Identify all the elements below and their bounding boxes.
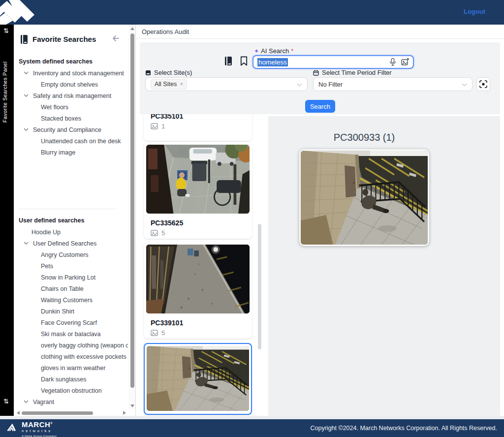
camera-name: PC335101: [144, 114, 252, 120]
chevron-down-icon[interactable]: [24, 400, 29, 404]
tree-item[interactable]: Stacked boxes: [14, 113, 128, 124]
calendar-icon: [313, 70, 319, 76]
chevron-down-icon[interactable]: [24, 128, 29, 131]
sites-select[interactable]: All Sites ×: [145, 77, 308, 91]
tree-item[interactable]: Empty donut shelves: [14, 79, 128, 90]
camera-card[interactable]: PC335101 1: [144, 114, 252, 141]
camera-card[interactable]: PC339101 5: [144, 242, 252, 339]
tree-item[interactable]: Chairs on Table: [14, 283, 128, 294]
remove-tag-icon[interactable]: ×: [180, 81, 183, 88]
tab-bar: Operations Audit: [136, 25, 504, 39]
tree-item[interactable]: Dunkin Shirt: [14, 306, 128, 317]
brand-name: MARCH®: [22, 421, 57, 428]
image-search-icon[interactable]: [401, 58, 409, 66]
results-scroll-thumb[interactable]: [258, 224, 261, 349]
camera-thumbnail: [146, 145, 250, 214]
select-sites-label: Select Site(s): [145, 69, 192, 76]
brand-tagline: A Delta Group Company: [22, 435, 57, 437]
tree-group[interactable]: Inventory and stock management: [14, 67, 128, 79]
tree-item[interactable]: Ski mask or balaclava: [14, 328, 128, 340]
user-searches-header: User defined searches: [14, 215, 128, 226]
tree-group[interactable]: Security and Compliance: [14, 124, 128, 135]
panel-strip-label: Favorite Searches Panel: [2, 36, 8, 123]
time-period-select[interactable]: No Filter: [313, 77, 472, 91]
sites-icon: [145, 70, 151, 76]
top-header: Logout: [0, 0, 504, 25]
tree-item[interactable]: Pets: [14, 260, 128, 272]
chevron-down-icon: [297, 80, 302, 89]
sparkle-icon: ✦: [254, 48, 259, 55]
sidebar-vertical-scrollbar[interactable]: [128, 25, 136, 409]
chevron-down-icon[interactable]: [24, 242, 29, 245]
tree-item[interactable]: Unattended cash on the desk: [14, 135, 128, 147]
march-networks-logo: [0, 0, 39, 25]
favorite-searches-sidebar: Favorite Searches System defined searche…: [14, 25, 136, 416]
panel-swap-icon[interactable]: ⇅: [3, 27, 9, 34]
collapse-arrow-icon[interactable]: [111, 34, 120, 42]
horizontal-scroll-thumb[interactable]: [22, 411, 93, 415]
camera-count: 1: [144, 120, 252, 134]
tree-item[interactable]: overly baggy clothing (weapon or st: [14, 340, 128, 351]
camera-count: 5: [144, 227, 252, 241]
results-area: PC335101 1 PC335625 5: [136, 114, 504, 416]
preview-image: [299, 149, 429, 246]
selected-query-text: homeless: [257, 58, 288, 66]
scroll-right-arrow[interactable]: [123, 411, 126, 415]
footer-brand: MARCH® networks A Delta Group Company: [6, 421, 57, 437]
sidebar-tree: System defined searches Inventory and st…: [14, 52, 128, 416]
tree-item[interactable]: Dark sunglasses: [14, 374, 128, 385]
preview-title: PC300933 (1): [268, 132, 460, 143]
favorite-searches-panel-strip[interactable]: ⇅ Favorite Searches Panel ⇅: [0, 25, 14, 416]
camera-name: PC339101: [144, 316, 252, 327]
camera-name: PC335625: [144, 216, 252, 227]
image-count-icon: [151, 330, 158, 336]
chevron-down-icon[interactable]: [24, 94, 29, 97]
tree-item[interactable]: Hoodie Up: [14, 226, 128, 238]
logout-link[interactable]: Logout: [464, 8, 485, 15]
bookmark-button[interactable]: [240, 56, 248, 66]
sidebar-horizontal-scrollbar[interactable]: [14, 410, 128, 416]
camera-thumbnail: [147, 346, 249, 411]
camera-card-selected[interactable]: [144, 343, 252, 415]
camera-card[interactable]: PC335625 5: [144, 142, 252, 239]
tree-item[interactable]: Vegetation obstruction: [14, 385, 128, 396]
tree-group[interactable]: Safety and risk management: [14, 90, 128, 101]
all-sites-tag: All Sites ×: [151, 79, 187, 90]
tree-group[interactable]: Vagrant: [14, 396, 128, 407]
ai-search-input[interactable]: homeless: [252, 55, 414, 69]
tree-item[interactable]: clothing with excessive pockets: [14, 351, 128, 362]
image-count-icon: [151, 230, 158, 236]
tree-item[interactable]: Blurry image: [14, 147, 128, 158]
microphone-icon[interactable]: [389, 58, 396, 66]
tree-group[interactable]: User Defined Searches: [14, 238, 128, 249]
scroll-up-arrow[interactable]: [130, 27, 134, 30]
camera-count: 5: [144, 327, 252, 341]
tree-item[interactable]: gloves in warm weather: [14, 362, 128, 374]
system-searches-header: System defined searches: [14, 56, 128, 67]
tab-operations-audit[interactable]: Operations Audit: [142, 28, 189, 35]
book-icon: [20, 34, 29, 44]
copyright-text: Copyright ©2024. March Networks Corporat…: [310, 425, 497, 432]
saved-searches-book-button[interactable]: [224, 56, 233, 66]
brand-sub: networks: [22, 429, 57, 433]
search-button[interactable]: Search: [305, 100, 335, 113]
scroll-down-arrow[interactable]: [130, 405, 134, 407]
tree-item[interactable]: Snow in Parking Lot: [14, 272, 128, 283]
tree-item[interactable]: Face Covering Scarf: [14, 317, 128, 328]
chevron-down-icon[interactable]: [24, 71, 29, 75]
focus-scan-button[interactable]: [476, 77, 490, 91]
sidebar-title: Favorite Searches: [32, 35, 96, 43]
vertical-scroll-thumb[interactable]: [130, 33, 134, 388]
tree-item[interactable]: Waiting Customers: [14, 294, 128, 306]
panel-swap-icon-bottom[interactable]: ⇅: [3, 398, 9, 405]
focus-scan-icon: [479, 80, 487, 88]
ai-search-panel: ✦ AI Search * homeless: [140, 42, 500, 114]
scroll-left-arrow[interactable]: [17, 411, 20, 415]
tree-item[interactable]: Angry Customers: [14, 249, 128, 260]
footer: MARCH® networks A Delta Group Company Co…: [0, 419, 504, 437]
book-icon: [224, 56, 233, 66]
chevron-down-icon: [462, 80, 467, 89]
tree-item[interactable]: Wet floors: [14, 101, 128, 113]
camera-thumbnail: [146, 245, 250, 313]
camera-preview-panel: PC300933 (1): [268, 116, 500, 416]
